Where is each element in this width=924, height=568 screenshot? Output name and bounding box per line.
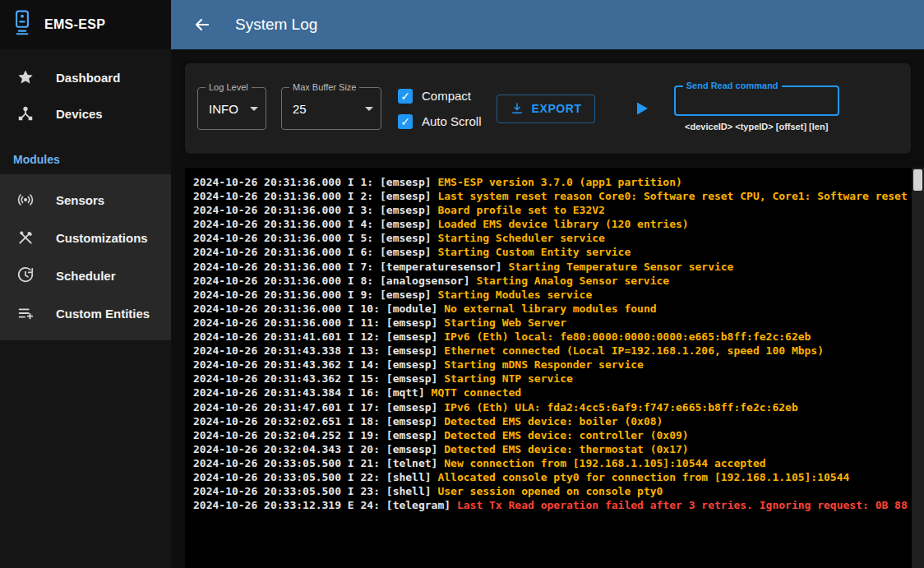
log-line: 2024-10-26 20:31:36.000 I 8: [analogsens…	[193, 274, 911, 288]
export-label: EXPORT	[532, 102, 582, 115]
app-root: EMS-ESP Dashboard Devices Modules Sensor…	[0, 0, 924, 568]
device-hub-icon	[16, 104, 35, 122]
log-line: 2024-10-26 20:31:36.000 I 3: [emsesp] Bo…	[193, 203, 911, 217]
send-read-command-label: Send Read command	[683, 81, 782, 90]
log-line: 2024-10-26 20:31:36.000 I 1: [emsesp] EM…	[193, 175, 911, 189]
sidebar-nav-modules: Sensors Customizations Scheduler Custom …	[0, 174, 171, 340]
log-line: 2024-10-26 20:31:36.000 I 6: [emsesp] St…	[193, 245, 911, 259]
log-line: 2024-10-26 20:31:43.384 I 16: [mqtt] MQT…	[193, 386, 911, 399]
appbar: System Log	[171, 0, 924, 49]
auto-scroll-checkbox[interactable]: ✓ Auto Scroll	[398, 114, 482, 129]
max-buffer-size-value: 25	[293, 102, 307, 116]
log-line: 2024-10-26 20:33:05.500 I 23: [shell] Us…	[193, 484, 911, 498]
log-line: 2024-10-26 20:31:36.000 I 4: [emsesp] Lo…	[193, 217, 911, 231]
log-line: 2024-10-26 20:33:12.319 E 24: [telegram]…	[193, 498, 911, 512]
log-level-value: INFO	[209, 102, 238, 116]
chevron-down-icon	[365, 107, 373, 111]
send-read-helper-text: <deviceID> <typeID> [offset] [len]	[674, 122, 839, 132]
sidebar: EMS-ESP Dashboard Devices Modules Sensor…	[0, 0, 171, 568]
max-buffer-size-select[interactable]: Max Buffer Size 25	[281, 87, 381, 130]
log-console[interactable]: 2024-10-26 20:31:36.000 I 1: [emsesp] EM…	[185, 168, 924, 568]
compact-checkbox[interactable]: ✓ Compact	[398, 89, 482, 104]
log-level-select[interactable]: Log Level INFO	[197, 87, 266, 130]
max-buffer-size-label: Max Buffer Size	[289, 82, 359, 92]
log-line: 2024-10-26 20:31:43.362 I 14: [emsesp] S…	[193, 358, 911, 372]
modules-section-label: Modules	[0, 140, 171, 174]
tools-icon	[16, 229, 35, 247]
send-play-button[interactable]	[631, 99, 651, 118]
log-line: 2024-10-26 20:31:36.000 I 10: [module] N…	[193, 302, 911, 316]
log-controls-card: Log Level INFO Max Buffer Size 25 ✓ Comp…	[185, 63, 911, 154]
scrollbar-thumb[interactable]	[913, 169, 922, 191]
star-icon	[16, 68, 35, 86]
content: Log Level INFO Max Buffer Size 25 ✓ Comp…	[171, 49, 924, 568]
sidebar-item-label: Custom Entities	[56, 307, 150, 321]
checkbox-checked-icon: ✓	[398, 89, 413, 104]
sidebar-item-label: Dashboard	[56, 71, 120, 85]
export-button[interactable]: EXPORT	[497, 95, 595, 123]
ems-esp-logo-icon	[12, 9, 33, 40]
sidebar-item-label: Scheduler	[56, 269, 116, 283]
send-read-group: Send Read command <deviceID> <typeID> [o…	[674, 85, 839, 132]
log-line: 2024-10-26 20:33:05.500 I 21: [telnet] N…	[193, 456, 911, 470]
chevron-down-icon	[250, 107, 258, 111]
log-line: 2024-10-26 20:33:05.500 I 22: [shell] Al…	[193, 470, 911, 484]
send-read-command-field: Send Read command	[674, 85, 839, 116]
auto-scroll-label: Auto Scroll	[422, 114, 482, 128]
clock-update-icon	[16, 266, 35, 284]
sidebar-item-devices[interactable]: Devices	[0, 95, 171, 132]
log-line: 2024-10-26 20:31:36.000 I 7: [temperatur…	[193, 260, 911, 274]
sidebar-nav-top: Dashboard Devices	[0, 49, 171, 140]
log-line: 2024-10-26 20:31:47.601 I 17: [emsesp] I…	[193, 400, 911, 414]
log-line: 2024-10-26 20:31:36.000 I 11: [emsesp] S…	[193, 316, 911, 330]
sidebar-item-scheduler[interactable]: Scheduler	[0, 256, 171, 294]
sidebar-item-customizations[interactable]: Customizations	[0, 219, 171, 256]
log-line: 2024-10-26 20:31:36.000 I 2: [emsesp] La…	[193, 189, 911, 203]
log-line: 2024-10-26 20:31:43.338 I 13: [emsesp] E…	[193, 344, 911, 358]
log-line: 2024-10-26 20:31:41.601 I 12: [emsesp] I…	[193, 330, 911, 344]
log-line: 2024-10-26 20:31:43.362 I 15: [emsesp] S…	[193, 372, 911, 386]
log-scrollbar[interactable]	[912, 168, 924, 568]
log-line: 2024-10-26 20:31:36.000 I 5: [emsesp] St…	[193, 231, 911, 245]
log-line: 2024-10-26 20:31:36.000 I 9: [emsesp] St…	[193, 288, 911, 302]
sidebar-item-sensors[interactable]: Sensors	[0, 181, 171, 219]
sidebar-item-custom-entities[interactable]: Custom Entities	[0, 294, 171, 332]
compact-label: Compact	[422, 89, 471, 103]
sidebar-item-dashboard[interactable]: Dashboard	[0, 59, 171, 95]
sidebar-item-label: Sensors	[56, 193, 104, 207]
send-read-command-input[interactable]	[684, 95, 829, 108]
log-line: 2024-10-26 20:32:02.651 I 18: [emsesp] D…	[193, 414, 911, 428]
checkbox-checked-icon: ✓	[398, 114, 413, 129]
sidebar-header: EMS-ESP	[0, 0, 171, 49]
log-line: 2024-10-26 20:32:04.252 I 19: [emsesp] D…	[193, 428, 911, 442]
log-level-label: Log Level	[206, 82, 252, 92]
back-arrow-icon[interactable]	[192, 15, 212, 35]
playlist-add-icon	[16, 304, 35, 322]
checkbox-group: ✓ Compact ✓ Auto Scroll	[398, 89, 482, 129]
sidebar-item-label: Customizations	[56, 231, 148, 245]
log-lines: 2024-10-26 20:31:36.000 I 1: [emsesp] EM…	[193, 175, 911, 512]
download-icon	[510, 101, 524, 116]
app-title: EMS-ESP	[44, 17, 105, 32]
sidebar-item-label: Devices	[56, 107, 103, 121]
page-title: System Log	[235, 16, 317, 34]
main-area: System Log Log Level INFO Max Buffer Siz…	[171, 0, 924, 568]
log-line: 2024-10-26 20:32:04.343 I 20: [emsesp] D…	[193, 442, 911, 456]
sensors-icon	[16, 191, 35, 209]
